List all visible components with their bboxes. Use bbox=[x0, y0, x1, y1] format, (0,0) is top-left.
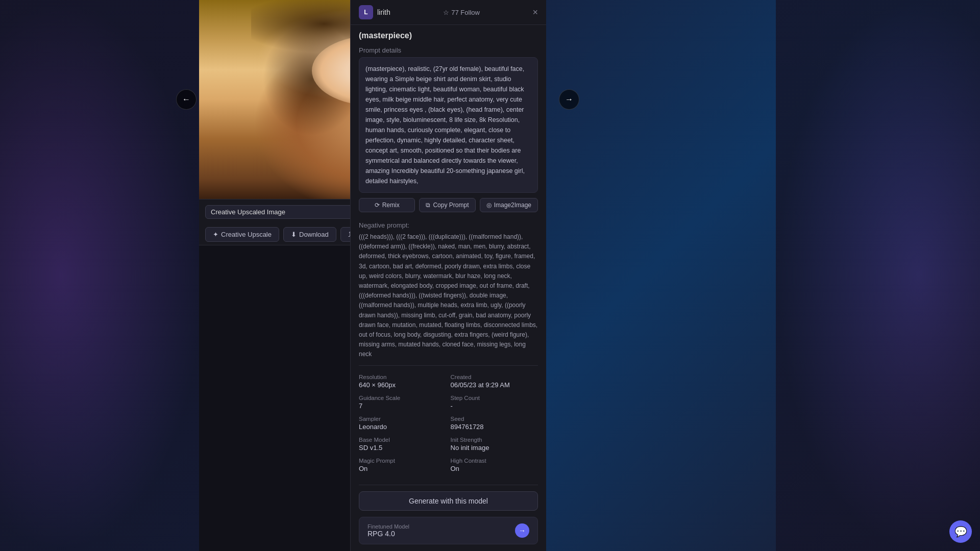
divider-1 bbox=[359, 365, 538, 366]
image2image-button[interactable]: ◎ Image2Image bbox=[480, 198, 538, 212]
magic-prompt-value: On bbox=[359, 465, 447, 472]
remix-label: Remix bbox=[382, 202, 400, 209]
seed-key: Seed bbox=[451, 416, 538, 422]
background-right-blur bbox=[776, 0, 980, 551]
resolution-item: Resolution 640 × 960px bbox=[359, 374, 447, 389]
image-type-label: Creative Upscaled Image bbox=[211, 208, 285, 216]
prompt-action-row: ⟳ Remix ⧉ Copy Prompt ◎ Image2Image bbox=[351, 193, 546, 217]
download-label: Download bbox=[299, 231, 329, 238]
follow-count-label: 77 Follow bbox=[451, 9, 480, 16]
user-info: L lirith bbox=[359, 5, 390, 19]
upscale-icon: ✦ bbox=[213, 231, 218, 238]
guidance-scale-value: 7 bbox=[359, 402, 447, 410]
background-left-blur bbox=[0, 0, 204, 551]
negative-prompt-label: Negative prompt: bbox=[351, 217, 546, 232]
sampler-item: Sampler Leonardo bbox=[359, 416, 447, 431]
base-model-key: Base Model bbox=[359, 437, 447, 443]
guidance-scale-item: Guidance Scale 7 bbox=[359, 395, 447, 410]
high-contrast-key: High Contrast bbox=[451, 458, 538, 464]
model-type-label: Finetuned Model bbox=[368, 523, 409, 530]
creative-upscale-label: Creative Upscale bbox=[221, 231, 272, 238]
sampler-value: Leonardo bbox=[359, 423, 447, 431]
i2i-icon: ◎ bbox=[486, 202, 492, 209]
prompt-text-box: (masterpiece), realistic, (27yr old fema… bbox=[359, 57, 538, 193]
copy-prompt-button[interactable]: ⧉ Copy Prompt bbox=[419, 198, 475, 212]
step-count-item: Step Count - bbox=[451, 395, 538, 410]
avatar-letter: L bbox=[364, 9, 368, 16]
step-count-value: - bbox=[451, 402, 538, 410]
seed-item: Seed 894761728 bbox=[451, 416, 538, 431]
step-count-key: Step Count bbox=[451, 395, 538, 401]
prev-image-button[interactable]: ← bbox=[176, 89, 197, 110]
model-card: Finetuned Model RPG 4.0 → bbox=[359, 517, 538, 544]
meta-grid: Resolution 640 × 960px Created 06/05/23 … bbox=[351, 372, 546, 479]
resolution-value: 640 × 960px bbox=[359, 381, 447, 389]
init-strength-value: No init image bbox=[451, 444, 538, 452]
magic-prompt-item: Magic Prompt On bbox=[359, 458, 447, 472]
copy-icon: ⧉ bbox=[426, 202, 430, 209]
image2image-label: Image2Image bbox=[494, 202, 531, 209]
panel-title: (masterpiece) bbox=[351, 25, 546, 42]
model-navigate-button[interactable]: → bbox=[515, 523, 529, 538]
generate-with-model-button[interactable]: Generate with this model bbox=[359, 491, 538, 511]
download-button[interactable]: ⬇ Download bbox=[283, 227, 336, 242]
generate-section: Generate with this model bbox=[359, 491, 538, 511]
init-strength-item: Init Strength No init image bbox=[451, 437, 538, 452]
download-icon: ⬇ bbox=[291, 231, 297, 238]
created-item: Created 06/05/23 at 9:29 AM bbox=[451, 374, 538, 389]
high-contrast-value: On bbox=[451, 465, 538, 472]
model-info: Finetuned Model RPG 4.0 bbox=[368, 523, 409, 538]
chat-button[interactable]: 💬 bbox=[949, 520, 972, 543]
remix-icon: ⟳ bbox=[375, 202, 380, 209]
panel-header: L lirith ☆ 77 Follow × bbox=[351, 0, 546, 25]
divider-2 bbox=[359, 485, 538, 485]
close-button[interactable]: × bbox=[532, 8, 538, 17]
sampler-key: Sampler bbox=[359, 416, 447, 422]
follow-star-icon: ☆ bbox=[443, 9, 449, 16]
prompt-text: (masterpiece), realistic, (27yr old fema… bbox=[365, 65, 525, 185]
model-arrow-icon: → bbox=[519, 527, 526, 535]
negative-prompt-text: (((2 heads))), (((2 face))), (((duplicat… bbox=[359, 232, 538, 359]
seed-value: 894761728 bbox=[451, 423, 538, 431]
guidance-scale-key: Guidance Scale bbox=[359, 395, 447, 401]
resolution-key: Resolution bbox=[359, 374, 447, 380]
copy-prompt-label: Copy Prompt bbox=[433, 202, 469, 209]
generate-with-model-label: Generate with this model bbox=[409, 497, 488, 505]
left-arrow-icon: ← bbox=[182, 95, 190, 104]
high-contrast-item: High Contrast On bbox=[451, 458, 538, 472]
creative-upscale-button[interactable]: ✦ Creative Upscale bbox=[205, 227, 279, 242]
created-value: 06/05/23 at 9:29 AM bbox=[451, 381, 538, 389]
base-model-value: SD v1.5 bbox=[359, 444, 447, 452]
chat-icon: 💬 bbox=[954, 525, 967, 538]
next-image-button[interactable]: → bbox=[559, 89, 579, 110]
remix-button[interactable]: ⟳ Remix bbox=[359, 198, 415, 212]
init-strength-key: Init Strength bbox=[451, 437, 538, 443]
magic-prompt-key: Magic Prompt bbox=[359, 458, 447, 464]
base-model-item: Base Model SD v1.5 bbox=[359, 437, 447, 452]
created-key: Created bbox=[451, 374, 538, 380]
model-name-label: RPG 4.0 bbox=[368, 530, 409, 538]
follow-button[interactable]: ☆ 77 Follow bbox=[443, 9, 480, 16]
close-icon: × bbox=[532, 7, 538, 17]
username-label: lirith bbox=[377, 8, 390, 16]
right-panel: L lirith ☆ 77 Follow × (masterpiece) Pro… bbox=[350, 0, 546, 551]
prompt-details-label: Prompt details bbox=[351, 42, 546, 57]
avatar: L bbox=[359, 5, 373, 19]
right-arrow-icon: → bbox=[565, 95, 573, 104]
